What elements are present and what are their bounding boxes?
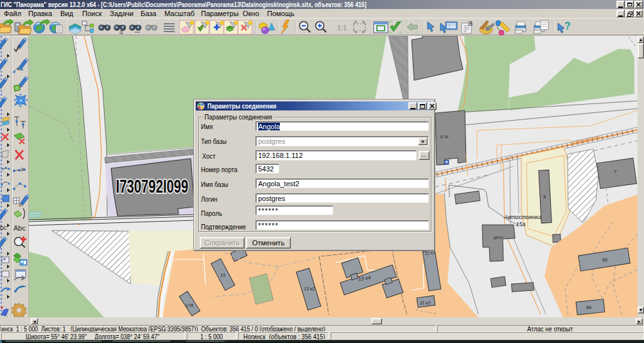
svg-text:...: ...: [150, 28, 155, 35]
svg-text:?: ?: [564, 21, 571, 31]
svg-text:a: a: [119, 28, 123, 35]
svg-text:11 к3: 11 к3: [420, 301, 431, 305]
svg-text:a: a: [468, 19, 473, 28]
svg-text:7: 7: [614, 169, 617, 175]
svg-text:Е 35: Е 35: [440, 135, 449, 139]
svg-text:9: 9: [543, 195, 546, 199]
svg-text:I730792I099: I730792I099: [116, 175, 189, 196]
svg-text:17А: 17А: [186, 303, 194, 308]
svg-text:bc: bc: [0, 224, 7, 231]
svg-text:15а: 15а: [516, 221, 525, 227]
svg-text:6Б: 6Б: [602, 258, 608, 262]
svg-text:...: ...: [135, 27, 141, 34]
svg-text:Abc: Abc: [13, 224, 26, 232]
svg-text:Автостоянка: Автостоянка: [503, 214, 542, 220]
svg-text:6А: 6А: [586, 305, 592, 310]
svg-text:15: 15: [220, 273, 225, 277]
svg-text:ДРСУ: ДРСУ: [493, 236, 503, 240]
svg-text:1:1: 1:1: [337, 24, 347, 31]
svg-text:13 к2: 13 к2: [304, 286, 315, 291]
